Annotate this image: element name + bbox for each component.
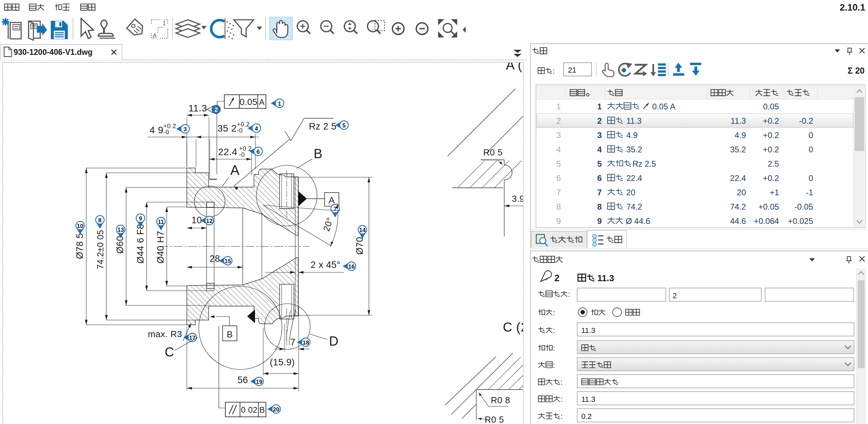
svg-text:Ø70: Ø70 [355,237,365,255]
svg-text:3.9: 3.9 [512,194,525,204]
svg-text:0 02: 0 02 [241,405,258,414]
svg-text:-0: -0 [239,151,245,158]
svg-text:3: 3 [183,126,186,133]
svg-text:A: A [259,97,265,107]
svg-text:7: 7 [290,337,296,347]
svg-text:22.4: 22.4 [626,173,642,183]
svg-text:15: 15 [225,258,231,264]
svg-text:0: 0 [809,131,813,140]
svg-text:(15.9): (15.9) [270,357,295,367]
svg-text:20: 20 [737,188,746,197]
svg-text:4.9: 4.9 [735,131,746,140]
svg-text:+0 2: +0 2 [163,123,176,130]
svg-text::: : [560,395,563,404]
svg-text:1: 1 [556,102,561,111]
svg-text:2: 2 [214,106,218,113]
svg-text:44.6: 44.6 [730,216,746,226]
svg-text:0: 0 [809,173,813,183]
svg-text::: : [553,361,555,369]
svg-text:11.3: 11.3 [581,395,595,404]
svg-text:3: 3 [556,131,561,140]
svg-text:+0.2: +0.2 [763,116,779,125]
svg-text:5: 5 [556,159,561,168]
svg-text:20: 20 [626,188,635,197]
svg-text:Ø44 6 F8: Ø44 6 F8 [135,224,146,264]
svg-text:74.2: 74.2 [730,202,746,211]
svg-text:6: 6 [556,173,561,183]
svg-text:0.05: 0.05 [763,102,779,111]
svg-text:Rz 2 5: Rz 2 5 [309,121,336,132]
svg-text:+0.2: +0.2 [763,145,779,154]
svg-text:8: 8 [556,202,561,211]
svg-text:max. R3: max. R3 [148,329,182,339]
svg-text::: : [553,344,555,352]
svg-text:Ø 44.6: Ø 44.6 [626,216,650,226]
svg-text:930-1200-406-V1.dwg: 930-1200-406-V1.dwg [14,48,92,57]
svg-text:10: 10 [191,215,202,225]
svg-text:-0.2: -0.2 [799,116,813,125]
svg-text:1: 1 [278,101,281,107]
svg-text:18: 18 [303,339,309,346]
svg-text:2.10.1: 2.10.1 [840,2,865,13]
svg-text:0.05 A: 0.05 A [652,102,675,111]
svg-text:-1: -1 [806,188,813,197]
svg-text:B: B [314,147,323,161]
svg-text:14: 14 [359,227,366,233]
svg-text:17: 17 [189,335,196,341]
svg-text:R0 8: R0 8 [491,395,510,405]
svg-text:-0.05: -0.05 [794,202,813,211]
svg-text:11: 11 [158,219,164,225]
svg-text:21: 21 [568,66,576,74]
svg-text:+1: +1 [770,188,779,197]
svg-text:+0.2: +0.2 [237,121,250,128]
svg-text:74.2: 74.2 [626,202,642,211]
svg-text:0.05: 0.05 [240,97,258,107]
svg-text:11.3: 11.3 [189,103,207,113]
svg-text::: : [568,290,570,299]
svg-text:-0: -0 [237,127,243,134]
svg-text:8: 8 [98,217,101,224]
svg-text::: : [553,67,555,75]
svg-text:28: 28 [209,254,220,264]
svg-text:19: 19 [256,379,263,385]
svg-text:4: 4 [597,145,602,154]
svg-text:D: D [329,334,339,348]
svg-text:+0.2: +0.2 [763,173,779,183]
svg-text:35.2: 35.2 [730,145,746,154]
svg-text:R0 5: R0 5 [483,147,503,157]
svg-text:Ø78 5: Ø78 5 [75,233,85,259]
svg-text:9: 9 [556,216,561,226]
svg-text:6: 6 [597,173,602,183]
svg-text:11.3: 11.3 [626,116,642,125]
svg-text:9: 9 [139,215,142,222]
svg-text:74.2±0 05: 74.2±0 05 [95,230,105,269]
svg-text::: : [553,308,555,317]
svg-text:5: 5 [597,159,602,168]
svg-text:4: 4 [255,125,258,132]
svg-text::: : [560,412,563,421]
svg-text:4.9: 4.9 [626,131,638,140]
svg-text:6: 6 [256,149,259,155]
svg-text:1: 1 [597,102,602,111]
svg-text:13: 13 [118,227,124,233]
svg-text:4 9: 4 9 [150,125,163,135]
svg-text:-0: -0 [163,129,169,136]
svg-text:35 2: 35 2 [218,123,237,134]
svg-text:2: 2 [673,291,677,300]
svg-text:7: 7 [556,188,561,197]
svg-text:10: 10 [77,223,84,229]
svg-text:11.3: 11.3 [597,273,614,283]
svg-text:9: 9 [597,216,602,226]
svg-text:2.5: 2.5 [768,159,779,168]
svg-text:Rz 2.5: Rz 2.5 [632,159,656,168]
svg-text:35.2: 35.2 [626,145,642,154]
svg-text:22.4: 22.4 [730,173,746,183]
svg-text:A: A [230,163,239,178]
svg-text:B: B [227,329,233,339]
svg-text:20: 20 [273,406,280,413]
svg-text:0.2: 0.2 [581,412,592,421]
svg-text:7: 7 [597,188,602,197]
svg-text:8: 8 [597,202,602,211]
svg-text:+0.05: +0.05 [758,202,779,211]
svg-text:2: 2 [554,273,559,283]
